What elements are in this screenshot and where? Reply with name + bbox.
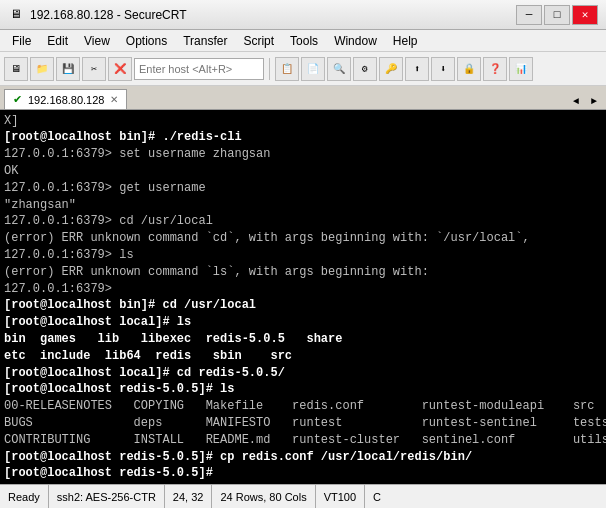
terminal-line: CONTRIBUTING INSTALL README.md runtest-c… [4, 432, 602, 449]
status-bar: Ready ssh2: AES-256-CTR 24, 32 24 Rows, … [0, 484, 606, 508]
tab-next-button[interactable]: ► [586, 93, 602, 109]
host-input[interactable] [134, 58, 264, 80]
menu-file[interactable]: File [4, 32, 39, 50]
toolbar-separator [269, 58, 270, 80]
terminal-line: [root@localhost local]# cd redis-5.0.5/ [4, 365, 602, 382]
menu-tools[interactable]: Tools [282, 32, 326, 50]
terminal-line: 127.0.0.1:6379> get username [4, 180, 602, 197]
close-button[interactable]: ✕ [572, 5, 598, 25]
toolbar-btn-3[interactable]: 💾 [56, 57, 80, 81]
tab-close-button[interactable]: ✕ [110, 94, 118, 105]
terminal-line: X] [4, 113, 602, 130]
terminal-line: (error) ERR unknown command `cd`, with a… [4, 230, 602, 247]
terminal-line: OK [4, 163, 602, 180]
terminal-line: [root@localhost bin]# ./redis-cli [4, 129, 602, 146]
tab-bar: ✔ 192.168.80.128 ✕ ◄ ► [0, 86, 606, 110]
status-position: 24, 32 [165, 485, 213, 508]
toolbar-btn-11[interactable]: ⬆ [405, 57, 429, 81]
terminal-line: [root@localhost redis-5.0.5]# ls [4, 381, 602, 398]
tab-label: 192.168.80.128 [28, 94, 104, 106]
toolbar-btn-7[interactable]: 📄 [301, 57, 325, 81]
terminal-line: 127.0.0.1:6379> [4, 281, 602, 298]
terminal-line: [root@localhost local]# ls [4, 314, 602, 331]
status-terminal-type: VT100 [316, 485, 365, 508]
maximize-button[interactable]: □ [544, 5, 570, 25]
terminal-line: 127.0.0.1:6379> set username value [expi… [4, 110, 602, 113]
session-tab[interactable]: ✔ 192.168.80.128 ✕ [4, 89, 127, 109]
toolbar-btn-13[interactable]: 🔒 [457, 57, 481, 81]
status-dimensions: 24 Rows, 80 Cols [212, 485, 315, 508]
minimize-button[interactable]: ─ [516, 5, 542, 25]
terminal-line: bin games lib libexec redis-5.0.5 share [4, 331, 602, 348]
title-bar: 🖥 192.168.80.128 - SecureCRT ─ □ ✕ [0, 0, 606, 30]
toolbar-btn-15[interactable]: 📊 [509, 57, 533, 81]
toolbar-btn-2[interactable]: 📁 [30, 57, 54, 81]
menu-help[interactable]: Help [385, 32, 426, 50]
status-encryption: ssh2: AES-256-CTR [49, 485, 165, 508]
menu-transfer[interactable]: Transfer [175, 32, 235, 50]
toolbar-btn-14[interactable]: ❓ [483, 57, 507, 81]
menu-edit[interactable]: Edit [39, 32, 76, 50]
tab-status-icon: ✔ [13, 93, 22, 106]
terminal-line: 127.0.0.1:6379> cd /usr/local [4, 213, 602, 230]
terminal-area[interactable]: 127.0.0.1:6379> set username value [expi… [0, 110, 606, 484]
menu-view[interactable]: View [76, 32, 118, 50]
tab-prev-button[interactable]: ◄ [568, 93, 584, 109]
toolbar-btn-8[interactable]: 🔍 [327, 57, 351, 81]
terminal-line: [root@localhost bin]# cd /usr/local [4, 297, 602, 314]
terminal-line: [root@localhost redis-5.0.5]# cp redis.c… [4, 449, 602, 466]
toolbar-btn-1[interactable]: 🖥 [4, 57, 28, 81]
terminal-line: 127.0.0.1:6379> set username zhangsan [4, 146, 602, 163]
status-indicator: C [365, 485, 389, 508]
menu-options[interactable]: Options [118, 32, 175, 50]
window-controls: ─ □ ✕ [516, 5, 598, 25]
terminal-line: [root@localhost redis-5.0.5]# [4, 465, 602, 482]
toolbar-btn-12[interactable]: ⬇ [431, 57, 455, 81]
menu-script[interactable]: Script [235, 32, 282, 50]
terminal-line: 00-RELEASENOTES COPYING Makefile redis.c… [4, 398, 602, 415]
terminal-line: etc include lib64 redis sbin src [4, 348, 602, 365]
tab-navigation: ◄ ► [568, 93, 602, 109]
toolbar-btn-10[interactable]: 🔑 [379, 57, 403, 81]
toolbar-btn-6[interactable]: 📋 [275, 57, 299, 81]
toolbar-btn-4[interactable]: ✂ [82, 57, 106, 81]
menu-window[interactable]: Window [326, 32, 385, 50]
terminal-line: (error) ERR unknown command `ls`, with a… [4, 264, 602, 281]
status-ready: Ready [0, 485, 49, 508]
terminal-line: "zhangsan" [4, 197, 602, 214]
menu-bar: File Edit View Options Transfer Script T… [0, 30, 606, 52]
toolbar: 🖥 📁 💾 ✂ ❌ 📋 📄 🔍 ⚙ 🔑 ⬆ ⬇ 🔒 ❓ 📊 [0, 52, 606, 86]
toolbar-btn-9[interactable]: ⚙ [353, 57, 377, 81]
toolbar-btn-5[interactable]: ❌ [108, 57, 132, 81]
app-icon: 🖥 [8, 7, 24, 23]
window-title: 192.168.80.128 - SecureCRT [30, 8, 516, 22]
terminal-line: 127.0.0.1:6379> ls [4, 247, 602, 264]
terminal-line: BUGS deps MANIFESTO runtest runtest-sent… [4, 415, 602, 432]
